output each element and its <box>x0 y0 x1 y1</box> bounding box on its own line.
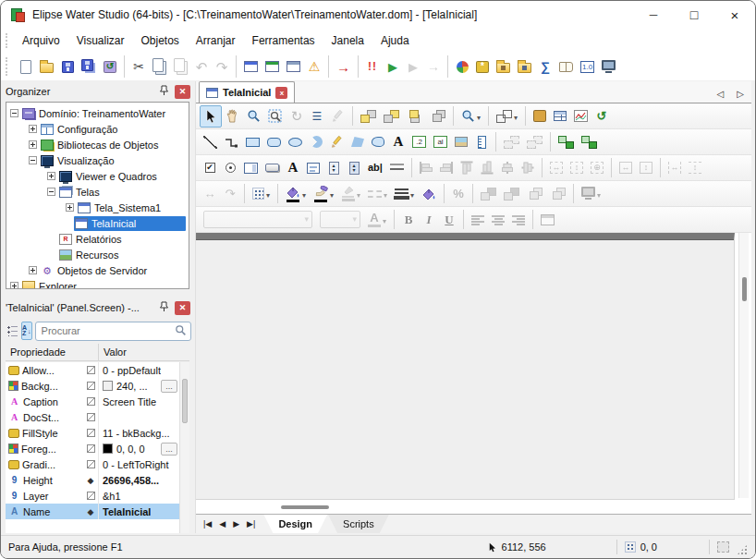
shadow-left-button[interactable] <box>523 183 546 205</box>
text-align-right-button[interactable] <box>508 209 529 231</box>
redo-button[interactable]: ↷ <box>212 55 232 78</box>
stop-viewer-button[interactable]: → <box>423 55 444 78</box>
center-vertical-window-button[interactable] <box>636 157 656 179</box>
column-value[interactable]: Valor <box>98 344 189 360</box>
size-both-button[interactable] <box>587 157 607 179</box>
line-style-button[interactable] <box>364 183 391 205</box>
zoom-tool[interactable] <box>243 105 264 128</box>
combobox-control-tool[interactable] <box>240 157 262 179</box>
text-align-left-button[interactable] <box>468 209 488 231</box>
tree-item-telas[interactable]: Telas <box>6 184 189 200</box>
shadow-raise-button[interactable] <box>477 183 500 205</box>
ungroup-button[interactable] <box>523 131 546 153</box>
run-application-button[interactable]: ▶ <box>383 55 403 78</box>
rectangle-tool[interactable] <box>242 131 263 153</box>
collapse-icon[interactable] <box>47 188 55 196</box>
menu-arquivo[interactable]: Arquivo <box>14 31 68 50</box>
scale-tool[interactable] <box>471 131 492 153</box>
expand-icon[interactable] <box>29 140 37 149</box>
frame-style-button[interactable] <box>537 209 558 231</box>
font-name-combo[interactable] <box>200 209 316 231</box>
last-view-icon[interactable]: ▶| <box>247 519 255 529</box>
tree-item-telainicial[interactable]: TelaInicial <box>6 215 189 231</box>
ellipse-tool[interactable] <box>285 131 306 153</box>
tab-scroll-left-icon[interactable]: ◁ <box>717 89 725 99</box>
tree-item-recursos[interactable]: Recursos <box>6 247 189 262</box>
recipe-button[interactable]: ↺ <box>591 105 612 128</box>
line-width-button[interactable] <box>391 183 418 205</box>
import-screen-button[interactable] <box>262 55 283 78</box>
align-right-button[interactable] <box>436 157 457 179</box>
menu-arranjar[interactable]: Arranjar <box>188 31 244 50</box>
open-object-button[interactable] <box>493 55 514 78</box>
property-row-height[interactable]: 9Height◆ 26696,458... <box>6 472 179 488</box>
copy-button[interactable] <box>149 55 170 78</box>
properties-close-icon[interactable] <box>175 301 190 315</box>
gallery-button[interactable] <box>530 105 550 128</box>
search-icon[interactable] <box>175 324 187 338</box>
maximize-button[interactable] <box>674 1 714 29</box>
categorized-view-button[interactable] <box>6 322 18 340</box>
search-domain-button[interactable] <box>598 55 619 78</box>
domain-options-button[interactable] <box>452 55 472 78</box>
bold-button[interactable]: B <box>398 209 419 231</box>
rounded-rectangle-tool[interactable] <box>263 131 285 153</box>
label-control-tool[interactable]: A <box>283 157 303 179</box>
select-tool[interactable] <box>200 105 222 128</box>
text-display-tool[interactable]: al <box>430 131 451 153</box>
export-domain-button[interactable]: → <box>333 55 354 78</box>
size-to-width-button[interactable] <box>546 157 567 179</box>
collapse-icon[interactable] <box>29 156 37 164</box>
menu-ajuda[interactable]: Ajuda <box>372 31 418 50</box>
shadow-right-button[interactable] <box>546 183 569 205</box>
picture-tool[interactable] <box>451 131 471 153</box>
save-all-button[interactable] <box>78 55 100 78</box>
new-screen-button[interactable] <box>240 55 262 78</box>
about-version-button[interactable]: 1.0 <box>577 55 598 78</box>
size-to-height-button[interactable] <box>567 157 587 179</box>
scrollbar-thumb[interactable] <box>742 277 747 301</box>
save-button[interactable] <box>57 55 78 78</box>
font-size-combo[interactable] <box>316 209 364 231</box>
shadow-style-menu-button[interactable] <box>578 183 604 205</box>
menu-janela[interactable]: Janela <box>323 31 372 50</box>
group-menu-button[interactable] <box>493 105 521 128</box>
verify-domain-button[interactable]: ⚠ <box>304 55 324 78</box>
menu-objetos[interactable]: Objetos <box>133 31 188 50</box>
listbox-control-tool[interactable] <box>303 157 323 179</box>
tree-item-objetos-servidor[interactable]: Objetos de Servidor <box>6 262 189 278</box>
arc-tool[interactable] <box>306 131 326 153</box>
link-screens-button[interactable] <box>555 131 578 153</box>
property-row-foreground[interactable]: Foreg... 0, 0, 0... <box>6 441 179 456</box>
bring-to-front-button[interactable] <box>357 105 380 128</box>
scrollbar-thumb[interactable] <box>182 379 188 423</box>
center-horizontally-button[interactable] <box>518 157 538 179</box>
undo-button[interactable]: ↶ <box>191 55 212 78</box>
brush-color-button[interactable] <box>310 183 337 205</box>
tree-item-viewer-quadros[interactable]: Viewer e Quadros <box>6 168 189 184</box>
percent-values-button[interactable]: % <box>448 183 469 205</box>
sort-az-button[interactable]: AZ ↓ <box>21 322 32 340</box>
tab-scroll-right-icon[interactable]: ▷ <box>737 89 744 99</box>
button-control-tool[interactable] <box>262 157 283 179</box>
frame-control-tool[interactable] <box>386 157 408 179</box>
canvas-horizontal-scrollbar[interactable] <box>196 503 735 511</box>
align-bottom-button[interactable] <box>477 157 497 179</box>
property-row-layer[interactable]: 9Layer &h1 <box>6 488 179 504</box>
design-canvas[interactable] <box>196 233 735 500</box>
tree-item-dominio[interactable]: Domínio: TreinamentoWater <box>6 105 189 121</box>
run-viewer-button[interactable]: ▶ <box>403 55 423 78</box>
property-row-caption[interactable]: ACaption Screen Title <box>6 394 179 409</box>
pin-icon[interactable] <box>156 301 171 314</box>
text-tool[interactable]: A <box>388 131 408 153</box>
search-input[interactable] <box>40 324 175 337</box>
property-row-fillstyle[interactable]: FillStyle 11 - bkBackg... <box>6 425 179 441</box>
slider-control-tool[interactable] <box>344 157 364 179</box>
cut-button[interactable]: ✂ <box>128 55 149 78</box>
ellipsis-button[interactable]: ... <box>161 443 177 456</box>
line-tool[interactable] <box>200 131 221 153</box>
expand-icon[interactable] <box>10 282 18 289</box>
expand-icon[interactable] <box>29 266 37 274</box>
background-style-button[interactable] <box>418 183 440 205</box>
expand-icon[interactable] <box>29 125 37 133</box>
